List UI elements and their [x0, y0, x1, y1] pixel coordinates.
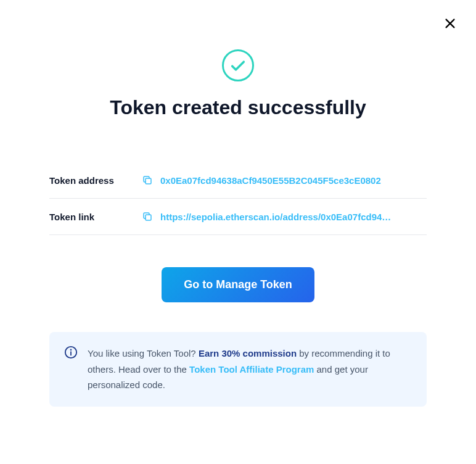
banner-bold: Earn 30% commission — [199, 348, 297, 358]
affiliate-link[interactable]: Token Tool Affiliate Program — [189, 364, 314, 375]
token-address-label: Token address — [49, 175, 142, 186]
close-button[interactable] — [441, 15, 459, 32]
success-check-icon — [222, 49, 254, 81]
token-link-row: Token link https://sepolia.etherscan.io/… — [49, 199, 427, 235]
token-address-value[interactable]: 0x0Ea07fcd94638aCf9450E55B2C045F5ce3cE08… — [160, 175, 381, 186]
modal-content: Token created successfully Token address… — [0, 0, 476, 407]
modal-title: Token created successfully — [49, 96, 427, 119]
token-link-value[interactable]: https://sepolia.etherscan.io/address/0x0… — [160, 212, 391, 222]
copy-icon — [142, 211, 153, 222]
banner-part1: You like using Token Tool? — [88, 348, 199, 358]
affiliate-banner: You like using Token Tool? Earn 30% comm… — [49, 332, 427, 407]
svg-rect-2 — [146, 178, 151, 184]
success-icon-wrap — [49, 49, 427, 81]
copy-address-button[interactable] — [142, 175, 153, 186]
close-icon — [443, 17, 457, 30]
svg-rect-3 — [146, 215, 151, 220]
copy-link-button[interactable] — [142, 211, 153, 222]
token-link-label: Token link — [49, 212, 142, 222]
action-wrap: Go to Manage Token — [49, 267, 427, 302]
affiliate-text: You like using Token Tool? Earn 30% comm… — [88, 346, 412, 393]
manage-token-button[interactable]: Go to Manage Token — [162, 267, 314, 302]
copy-icon — [142, 175, 153, 186]
token-address-row: Token address 0x0Ea07fcd94638aCf9450E55B… — [49, 162, 427, 199]
svg-point-6 — [71, 349, 72, 350]
info-icon — [64, 346, 78, 359]
